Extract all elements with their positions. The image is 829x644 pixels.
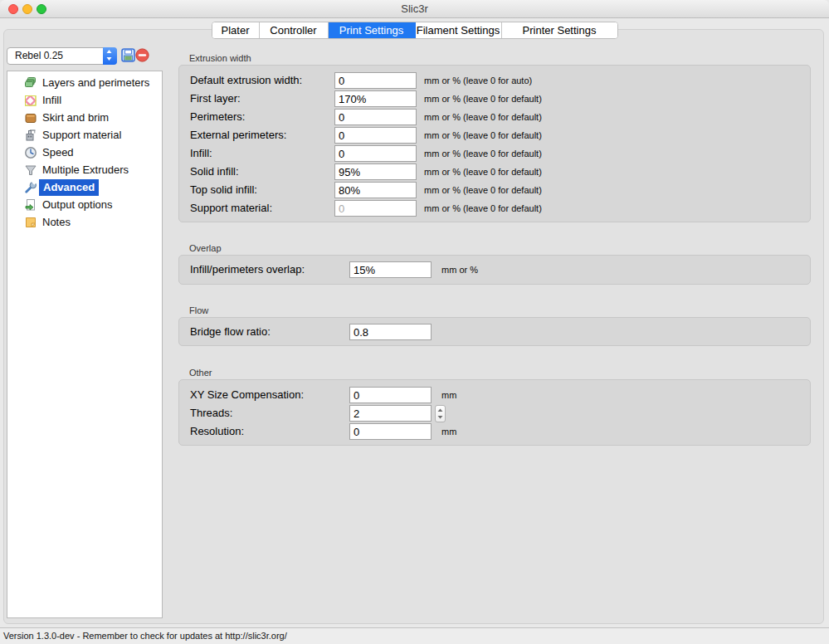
- sidebar-item-advanced[interactable]: Advanced: [7, 179, 162, 196]
- option-unit-hint: mm: [441, 387, 456, 403]
- sidebar-item-label: Multiple Extruders: [42, 162, 129, 178]
- option-row-perimeters: Perimeters:mm or % (leave 0 for default): [179, 109, 810, 125]
- option-unit-hint: mm: [441, 423, 456, 440]
- option-row-infill: Infill:mm or % (leave 0 for default): [179, 145, 810, 162]
- sidebar-item-support-material[interactable]: Support material: [7, 127, 162, 144]
- section-flow: FlowBridge flow ratio:: [178, 305, 811, 348]
- sidebar-item-notes[interactable]: Notes: [7, 214, 162, 231]
- tab-filament-settings[interactable]: Filament Settings: [416, 22, 502, 38]
- tab-controller[interactable]: Controller: [260, 22, 329, 38]
- default-extrusion-width-input[interactable]: [334, 72, 417, 89]
- option-row-solid-infill: Solid infill:mm or % (leave 0 for defaul…: [179, 163, 810, 180]
- option-label: Solid infill:: [190, 163, 239, 180]
- option-unit-hint: mm or % (leave 0 for default): [424, 163, 542, 180]
- option-row-bridge-flow-ratio: Bridge flow ratio:: [179, 324, 810, 340]
- section-title: Flow: [189, 305, 208, 315]
- sidebar-item-output-options[interactable]: Output options: [7, 197, 162, 213]
- bridge-flow-ratio-input[interactable]: [349, 324, 432, 340]
- slic3r-window: Slic3r PlaterControllerPrint SettingsFil…: [0, 0, 829, 644]
- preset-select[interactable]: Rebel 0.25: [7, 47, 117, 65]
- option-unit-hint: mm or % (leave 0 for default): [424, 145, 542, 162]
- section-box: Default extrusion width:mm or % (leave 0…: [178, 65, 811, 222]
- option-unit-hint: mm or % (leave 0 for default): [424, 200, 542, 217]
- resolution-input[interactable]: [349, 423, 432, 440]
- chevron-stepper-icon: [103, 47, 117, 65]
- option-row-first-layer: First layer:mm or % (leave 0 for default…: [179, 90, 810, 107]
- section-box: XY Size Compensation:mmThreads:Resolutio…: [178, 379, 811, 446]
- option-label: Top solid infill:: [190, 182, 257, 198]
- option-row-resolution: Resolution:mm: [179, 423, 810, 440]
- support-icon: [24, 129, 37, 142]
- preset-value: Rebel 0.25: [15, 48, 63, 64]
- perimeters-input[interactable]: [334, 109, 417, 125]
- section-overlap: OverlapInfill/perimeters overlap:mm or %: [178, 243, 811, 286]
- section-title: Other: [189, 368, 212, 378]
- extruders-icon: [24, 163, 37, 177]
- delete-preset-button[interactable]: [135, 48, 149, 62]
- sidebar-item-skirt-and-brim[interactable]: Skirt and brim: [7, 110, 162, 126]
- sidebar-item-speed[interactable]: Speed: [7, 144, 162, 161]
- sidebar-item-label: Support material: [42, 127, 121, 144]
- output-icon: [24, 198, 37, 212]
- option-label: XY Size Compensation:: [190, 387, 304, 403]
- solid-infill-input[interactable]: [334, 163, 417, 180]
- skirt-icon: [24, 111, 37, 124]
- support-material-input[interactable]: [334, 200, 417, 217]
- spinner-stepper-icon[interactable]: [435, 405, 446, 422]
- sidebar-item-label: Notes: [42, 214, 71, 231]
- threads-input[interactable]: [349, 405, 432, 422]
- option-label: Perimeters:: [190, 109, 245, 125]
- tab-plater[interactable]: Plater: [212, 22, 260, 38]
- floppy-disk-icon: [121, 52, 135, 65]
- option-row-threads: Threads:: [179, 405, 810, 422]
- section-box: Infill/perimeters overlap:mm or %: [178, 255, 811, 285]
- advanced-icon: [24, 181, 37, 194]
- sidebar-item-label: Infill: [42, 92, 61, 109]
- tab-print-settings[interactable]: Print Settings: [329, 22, 416, 38]
- option-label: First layer:: [190, 90, 241, 107]
- section-other: OtherXY Size Compensation:mmThreads:Reso…: [178, 368, 811, 447]
- option-row-external-perimeters: External perimeters:mm or % (leave 0 for…: [179, 127, 810, 144]
- external-perimeters-input[interactable]: [334, 127, 417, 144]
- option-unit-hint: mm or % (leave 0 for auto): [424, 72, 532, 89]
- section-box: Bridge flow ratio:: [178, 317, 811, 346]
- infill-input[interactable]: [334, 145, 417, 162]
- infill-perimeters-overlap-input[interactable]: [349, 261, 432, 278]
- option-label: Threads:: [190, 405, 232, 422]
- sidebar-item-label: Speed: [42, 144, 74, 161]
- option-row-default-extrusion-width: Default extrusion width:mm or % (leave 0…: [179, 72, 810, 89]
- notes-icon: [24, 216, 37, 229]
- first-layer-input[interactable]: [334, 90, 417, 107]
- speed-icon: [24, 146, 37, 159]
- option-label: Support material:: [190, 200, 272, 217]
- option-label: Default extrusion width:: [190, 72, 302, 89]
- sidebar-item-multiple-extruders[interactable]: Multiple Extruders: [7, 162, 162, 178]
- option-unit-hint: mm or %: [441, 261, 478, 278]
- section-title: Extrusion width: [189, 53, 251, 63]
- option-row-top-solid-infill: Top solid infill:mm or % (leave 0 for de…: [179, 182, 810, 198]
- save-preset-button[interactable]: [121, 48, 135, 62]
- option-label: Bridge flow ratio:: [190, 324, 271, 340]
- red-minus-circle-icon: [135, 52, 149, 65]
- sidebar-item-label: Layers and perimeters: [42, 75, 149, 91]
- option-row-infill-perimeters-overlap: Infill/perimeters overlap:mm or %: [179, 261, 810, 278]
- section-title: Overlap: [189, 243, 222, 253]
- sidebar-item-label: Output options: [42, 197, 113, 213]
- tab-bar: PlaterControllerPrint SettingsFilament S…: [212, 22, 618, 39]
- option-unit-hint: mm or % (leave 0 for default): [424, 90, 542, 107]
- sidebar-item-infill[interactable]: Infill: [7, 92, 162, 109]
- infill-icon: [24, 94, 37, 107]
- option-unit-hint: mm or % (leave 0 for default): [424, 182, 542, 198]
- window-title: Slic3r: [0, 0, 829, 18]
- sidebar-item-layers-and-perimeters[interactable]: Layers and perimeters: [7, 75, 162, 91]
- settings-category-list: Layers and perimetersInfillSkirt and bri…: [7, 71, 163, 618]
- option-label: External perimeters:: [190, 127, 286, 144]
- option-label: Infill/perimeters overlap:: [190, 261, 305, 278]
- option-unit-hint: mm or % (leave 0 for default): [424, 109, 542, 125]
- top-solid-infill-input[interactable]: [334, 182, 417, 198]
- option-label: Infill:: [190, 145, 212, 162]
- xy-size-compensation-input[interactable]: [349, 387, 432, 403]
- option-row-xy-size-compensation: XY Size Compensation:mm: [179, 387, 810, 403]
- tab-printer-settings[interactable]: Printer Settings: [502, 22, 617, 38]
- option-label: Resolution:: [190, 423, 244, 440]
